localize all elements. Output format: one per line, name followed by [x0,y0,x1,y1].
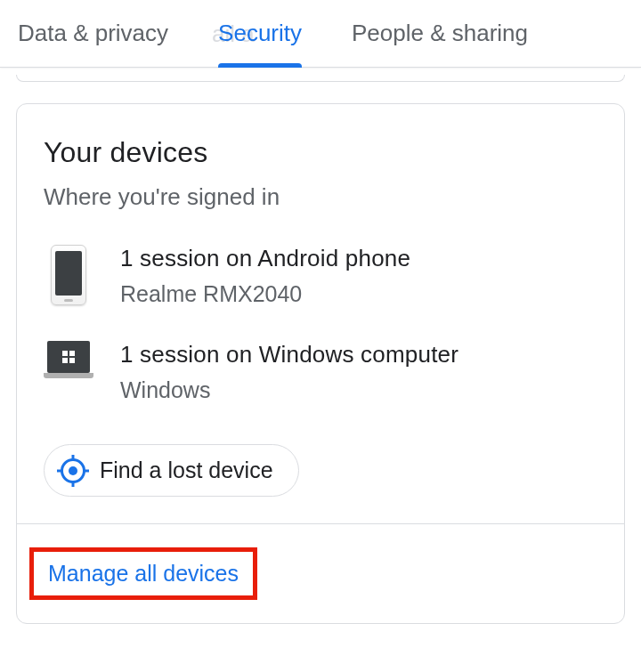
laptop-icon [44,341,93,378]
card-footer: Manage all devices [17,523,624,623]
device-text: 1 session on Android phone Realme RMX204… [120,245,410,307]
find-lost-device-button[interactable]: Find a lost device [44,444,299,497]
find-lost-device-label: Find a lost device [100,457,273,483]
tab-bar: ail a Data & privacy Security People & s… [0,0,641,68]
previous-card-edge [16,75,625,82]
card-subtitle: Where you're signed in [44,183,597,211]
device-name-label: Windows [120,377,458,403]
phone-icon [44,245,93,305]
device-text: 1 session on Windows computer Windows [120,341,458,403]
highlight-annotation: Manage all devices [29,547,257,600]
your-devices-card: Your devices Where you're signed in 1 se… [16,103,625,624]
device-row[interactable]: 1 session on Android phone Realme RMX204… [44,245,597,307]
device-session-label: 1 session on Android phone [120,245,410,272]
tab-data-privacy[interactable]: Data & privacy [18,0,168,67]
manage-all-devices-link[interactable]: Manage all devices [48,561,239,587]
locate-icon [61,458,85,483]
card-title: Your devices [44,136,597,169]
device-row[interactable]: 1 session on Windows computer Windows [44,341,597,403]
device-session-label: 1 session on Windows computer [120,341,458,368]
tab-people-sharing[interactable]: People & sharing [352,0,528,67]
card-body: Your devices Where you're signed in 1 se… [17,104,624,523]
device-name-label: Realme RMX2040 [120,281,410,307]
tab-security[interactable]: Security [218,0,302,67]
